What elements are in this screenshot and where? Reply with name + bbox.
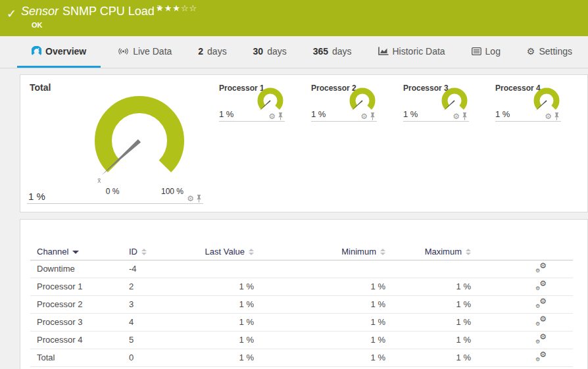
gauge-processor-2: Processor 2 1 % ⚙	[311, 84, 377, 124]
cell-last-value: 1 %	[195, 313, 260, 331]
cell-maximum: 1 %	[392, 349, 478, 366]
gauge-settings-gear-icon[interactable]: ⚙	[360, 112, 368, 120]
channel-settings-gears-icon[interactable]: ⚙ ⚙	[535, 316, 547, 326]
cell-minimum: 1 %	[260, 278, 392, 295]
tab-days[interactable]: 30 days	[244, 36, 296, 68]
gauge-processor-1: Processor 1 1 % ⚙	[219, 84, 285, 124]
cell-actions: ⚙ ⚙	[478, 349, 573, 366]
table-body: Downtime -4 ⚙ ⚙ Processor 1 2 1 % 1 % 1 …	[30, 260, 573, 366]
cell-minimum	[260, 260, 392, 278]
table-row[interactable]: Total 0 1 % 1 % 1 % ⚙ ⚙	[30, 349, 573, 366]
column-header-minimum[interactable]: Minimum	[260, 243, 392, 260]
channel-settings-gears-icon[interactable]: ⚙ ⚙	[535, 281, 547, 291]
tab-label: Live Data	[133, 46, 172, 57]
log-icon	[472, 47, 481, 55]
cell-minimum: 1 %	[260, 331, 392, 349]
settings-gear-icon: ⚙	[527, 46, 535, 57]
cell-maximum	[392, 260, 478, 278]
tab-label: days	[207, 46, 227, 57]
cell-id: 2	[129, 278, 195, 295]
table-row[interactable]: Processor 1 2 1 % 1 % 1 % ⚙ ⚙	[30, 278, 573, 295]
tab-historic-data[interactable]: Historic Data	[369, 36, 454, 68]
sort-desc-icon	[72, 251, 79, 254]
column-header-maximum[interactable]: Maximum	[392, 243, 478, 260]
table-row[interactable]: Processor 2 3 1 % 1 % 1 % ⚙ ⚙	[30, 295, 573, 313]
gauge-settings-gear-icon[interactable]: ⚙	[545, 112, 552, 120]
tab-label: Log	[485, 46, 501, 57]
pin-icon[interactable]	[462, 112, 468, 120]
cell-actions: ⚙ ⚙	[478, 278, 573, 295]
cell-id: 4	[129, 313, 195, 331]
total-gauge-label: Total	[30, 82, 51, 93]
sort-icon	[380, 249, 385, 255]
channel-settings-gears-icon[interactable]: ⚙ ⚙	[535, 263, 547, 273]
table-row[interactable]: Processor 4 5 1 % 1 % 1 % ⚙ ⚙	[30, 331, 573, 349]
tab-overview[interactable]: Overview	[17, 36, 101, 68]
gauge-settings-gear-icon[interactable]: ⚙	[453, 112, 460, 120]
tab-label: Historic Data	[393, 46, 445, 57]
processor-gauge-footer: 1 % ⚙	[311, 106, 377, 122]
column-header-actions	[478, 243, 573, 260]
cell-maximum: 1 %	[392, 295, 478, 313]
tab-number: 365	[313, 46, 328, 57]
cell-minimum: 1 %	[260, 295, 392, 313]
cell-last-value: 1 %	[195, 295, 260, 313]
tab-live-data[interactable]: Live Data	[109, 36, 181, 68]
live-data-icon	[118, 47, 129, 55]
tab-days[interactable]: 2 days	[189, 36, 235, 68]
gauge-processor-3: Processor 3 1 % ⚙	[403, 84, 469, 124]
total-gauge: x̄	[80, 87, 199, 199]
tab-settings[interactable]: ⚙ Settings	[518, 36, 581, 68]
cell-id: -4	[129, 260, 195, 278]
processor-gauge-footer: 1 % ⚙	[403, 106, 469, 122]
cell-last-value: 1 %	[195, 278, 260, 295]
cell-last-value: 1 %	[195, 331, 260, 349]
sort-icon	[249, 249, 254, 255]
tab-label: days	[332, 46, 352, 57]
tab-label: Overview	[45, 46, 86, 57]
pin-icon[interactable]	[196, 195, 202, 203]
channel-settings-gears-icon[interactable]: ⚙ ⚙	[535, 299, 547, 308]
check-icon: ✓	[7, 7, 16, 20]
cell-actions: ⚙ ⚙	[478, 313, 573, 331]
pin-icon[interactable]	[370, 112, 376, 120]
processor-gauge-value: 1 %	[219, 109, 233, 119]
tab-days[interactable]: 365 days	[304, 36, 361, 68]
tab-bar: Overview Live Data 2 days 30 days 365 da…	[0, 36, 588, 68]
column-header-id[interactable]: ID	[129, 243, 195, 260]
gauge-settings-gear-icon[interactable]: ⚙	[187, 195, 194, 203]
cell-actions: ⚙ ⚙	[478, 295, 573, 313]
svg-text:x̄: x̄	[97, 177, 101, 184]
sensor-header: ✓ SensorSNMP CPU Load⚐ OK ★★★☆☆	[0, 0, 588, 36]
table-row[interactable]: Downtime -4 ⚙ ⚙	[30, 260, 573, 278]
tab-label: days	[267, 46, 287, 57]
cell-actions: ⚙ ⚙	[478, 260, 573, 278]
pin-icon[interactable]	[278, 112, 283, 120]
sensor-type-label: Sensor	[21, 5, 59, 18]
status-badge: OK	[32, 21, 163, 29]
priority-stars[interactable]: ★★★☆☆	[156, 3, 197, 13]
historic-data-icon	[378, 47, 389, 55]
tab-label: Settings	[539, 46, 572, 57]
cell-last-value	[195, 260, 260, 278]
cell-id: 5	[129, 331, 195, 349]
channel-settings-gears-icon[interactable]: ⚙ ⚙	[535, 352, 547, 362]
column-header-last-value[interactable]: Last Value	[195, 243, 260, 260]
column-header-channel[interactable]: Channel	[30, 243, 129, 260]
cell-channel: Downtime	[30, 260, 129, 278]
table-row[interactable]: Processor 3 4 1 % 1 % 1 % ⚙ ⚙	[30, 313, 573, 331]
pin-icon[interactable]	[554, 112, 560, 120]
cell-actions: ⚙ ⚙	[478, 331, 573, 349]
cell-id: 3	[129, 295, 195, 313]
gauge-processor-4: Processor 4 1 % ⚙	[495, 84, 561, 124]
tab-log[interactable]: Log	[462, 36, 510, 68]
channel-settings-gears-icon[interactable]: ⚙ ⚙	[535, 334, 547, 344]
processor-gauge-footer: 1 % ⚙	[219, 106, 285, 122]
gauge-settings-gear-icon[interactable]: ⚙	[268, 112, 276, 120]
cell-maximum: 1 %	[392, 331, 478, 349]
tab-number: 2	[198, 46, 203, 57]
sensor-name: SNMP CPU Load	[62, 5, 155, 18]
cell-maximum: 1 %	[392, 278, 478, 295]
processor-gauge-footer: 1 % ⚙	[495, 106, 561, 122]
processor-gauge-value: 1 %	[311, 109, 326, 119]
